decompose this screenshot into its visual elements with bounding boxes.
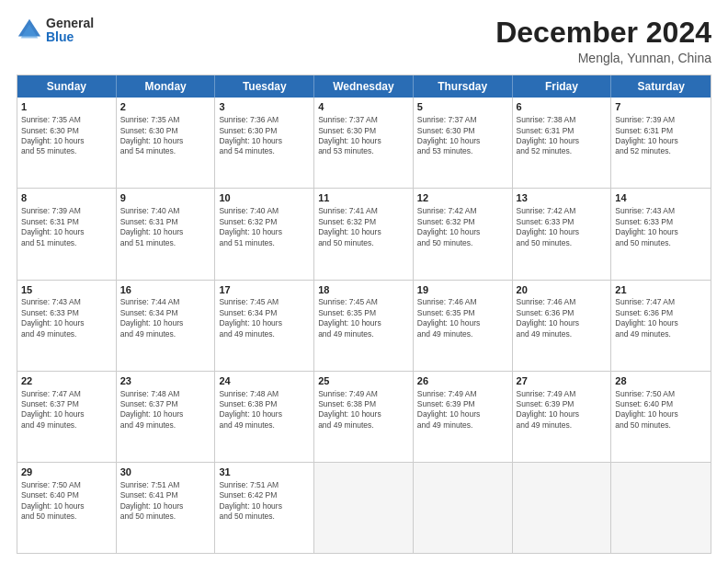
cell-info: Sunrise: 7:49 AMSunset: 6:39 PMDaylight:… xyxy=(517,389,580,430)
cell-info: Sunrise: 7:43 AMSunset: 6:33 PMDaylight:… xyxy=(21,297,85,338)
calendar-cell-4-4 xyxy=(414,463,513,553)
cell-info: Sunrise: 7:45 AMSunset: 6:35 PMDaylight:… xyxy=(318,297,381,338)
day-number: 4 xyxy=(318,100,409,114)
calendar-cell-4-5 xyxy=(513,463,612,553)
day-number: 17 xyxy=(219,283,310,297)
calendar-cell-0-6: 7Sunrise: 7:39 AMSunset: 6:31 PMDaylight… xyxy=(611,98,711,188)
calendar-cell-4-1: 30Sunrise: 7:51 AMSunset: 6:41 PMDayligh… xyxy=(117,463,216,553)
day-number: 31 xyxy=(219,465,310,479)
day-number: 30 xyxy=(120,465,211,479)
calendar-cell-0-0: 1Sunrise: 7:35 AMSunset: 6:30 PMDaylight… xyxy=(17,98,117,188)
day-number: 21 xyxy=(615,283,707,297)
day-number: 6 xyxy=(517,100,608,114)
header-monday: Monday xyxy=(117,75,216,98)
calendar-cell-2-5: 20Sunrise: 7:46 AMSunset: 6:36 PMDayligh… xyxy=(513,281,612,371)
location: Mengla, Yunnan, China xyxy=(495,51,711,65)
calendar-cell-1-3: 11Sunrise: 7:41 AMSunset: 6:32 PMDayligh… xyxy=(314,189,414,279)
title-block: December 2024 Mengla, Yunnan, China xyxy=(495,17,711,65)
cell-info: Sunrise: 7:50 AMSunset: 6:40 PMDaylight:… xyxy=(615,389,678,430)
day-number: 15 xyxy=(21,283,112,297)
cell-info: Sunrise: 7:42 AMSunset: 6:32 PMDaylight:… xyxy=(417,206,481,247)
page: General Blue December 2024 Mengla, Yunna… xyxy=(0,0,728,563)
calendar-cell-4-0: 29Sunrise: 7:50 AMSunset: 6:40 PMDayligh… xyxy=(17,463,117,553)
calendar-cell-2-0: 15Sunrise: 7:43 AMSunset: 6:33 PMDayligh… xyxy=(17,281,117,371)
day-number: 3 xyxy=(219,100,310,114)
calendar-cell-3-4: 26Sunrise: 7:49 AMSunset: 6:39 PMDayligh… xyxy=(414,372,513,462)
cell-info: Sunrise: 7:47 AMSunset: 6:37 PMDaylight:… xyxy=(21,389,85,430)
calendar-cell-1-4: 12Sunrise: 7:42 AMSunset: 6:32 PMDayligh… xyxy=(414,189,513,279)
header-friday: Friday xyxy=(513,75,612,98)
cell-info: Sunrise: 7:37 AMSunset: 6:30 PMDaylight:… xyxy=(417,115,481,155)
calendar-cell-0-1: 2Sunrise: 7:35 AMSunset: 6:30 PMDaylight… xyxy=(117,98,216,188)
cell-info: Sunrise: 7:41 AMSunset: 6:32 PMDaylight:… xyxy=(318,206,381,247)
calendar-row-3: 22Sunrise: 7:47 AMSunset: 6:37 PMDayligh… xyxy=(17,371,711,462)
day-number: 11 xyxy=(318,191,409,205)
cell-info: Sunrise: 7:35 AMSunset: 6:30 PMDaylight:… xyxy=(120,115,184,155)
calendar-cell-1-0: 8Sunrise: 7:39 AMSunset: 6:31 PMDaylight… xyxy=(17,189,117,279)
logo-blue-text: Blue xyxy=(46,30,94,44)
header-saturday: Saturday xyxy=(611,75,711,98)
calendar-cell-3-0: 22Sunrise: 7:47 AMSunset: 6:37 PMDayligh… xyxy=(17,372,117,462)
calendar: Sunday Monday Tuesday Wednesday Thursday… xyxy=(17,75,711,554)
cell-info: Sunrise: 7:39 AMSunset: 6:31 PMDaylight:… xyxy=(21,206,85,247)
logo: General Blue xyxy=(17,17,94,45)
header-thursday: Thursday xyxy=(414,75,513,98)
day-number: 27 xyxy=(517,374,608,388)
cell-info: Sunrise: 7:46 AMSunset: 6:35 PMDaylight:… xyxy=(417,297,481,338)
cell-info: Sunrise: 7:46 AMSunset: 6:36 PMDaylight:… xyxy=(517,297,580,338)
day-number: 20 xyxy=(517,283,608,297)
day-number: 10 xyxy=(219,191,310,205)
cell-info: Sunrise: 7:49 AMSunset: 6:39 PMDaylight:… xyxy=(417,389,481,430)
cell-info: Sunrise: 7:40 AMSunset: 6:31 PMDaylight:… xyxy=(120,206,184,247)
day-number: 9 xyxy=(120,191,211,205)
cell-info: Sunrise: 7:43 AMSunset: 6:33 PMDaylight:… xyxy=(615,206,678,247)
day-number: 29 xyxy=(21,465,112,479)
calendar-cell-0-4: 5Sunrise: 7:37 AMSunset: 6:30 PMDaylight… xyxy=(414,98,513,188)
calendar-cell-1-1: 9Sunrise: 7:40 AMSunset: 6:31 PMDaylight… xyxy=(117,189,216,279)
calendar-header: Sunday Monday Tuesday Wednesday Thursday… xyxy=(17,75,711,98)
calendar-cell-0-3: 4Sunrise: 7:37 AMSunset: 6:30 PMDaylight… xyxy=(314,98,414,188)
day-number: 26 xyxy=(417,374,508,388)
calendar-row-1: 8Sunrise: 7:39 AMSunset: 6:31 PMDaylight… xyxy=(17,188,711,279)
header-sunday: Sunday xyxy=(17,75,117,98)
cell-info: Sunrise: 7:48 AMSunset: 6:38 PMDaylight:… xyxy=(219,389,282,430)
day-number: 1 xyxy=(21,100,112,114)
calendar-cell-3-5: 27Sunrise: 7:49 AMSunset: 6:39 PMDayligh… xyxy=(513,372,612,462)
logo-text: General Blue xyxy=(46,17,94,45)
cell-info: Sunrise: 7:37 AMSunset: 6:30 PMDaylight:… xyxy=(318,115,381,155)
logo-icon xyxy=(17,17,42,43)
cell-info: Sunrise: 7:49 AMSunset: 6:38 PMDaylight:… xyxy=(318,389,381,430)
day-number: 8 xyxy=(21,191,112,205)
cell-info: Sunrise: 7:51 AMSunset: 6:42 PMDaylight:… xyxy=(219,480,282,521)
calendar-cell-3-6: 28Sunrise: 7:50 AMSunset: 6:40 PMDayligh… xyxy=(611,372,711,462)
calendar-cell-3-1: 23Sunrise: 7:48 AMSunset: 6:37 PMDayligh… xyxy=(117,372,216,462)
month-title: December 2024 xyxy=(495,17,711,49)
day-number: 22 xyxy=(21,374,112,388)
day-number: 28 xyxy=(615,374,707,388)
day-number: 19 xyxy=(417,283,508,297)
cell-info: Sunrise: 7:45 AMSunset: 6:34 PMDaylight:… xyxy=(219,297,282,338)
day-number: 16 xyxy=(120,283,211,297)
day-number: 23 xyxy=(120,374,211,388)
cell-info: Sunrise: 7:47 AMSunset: 6:36 PMDaylight:… xyxy=(615,297,678,338)
calendar-cell-2-2: 17Sunrise: 7:45 AMSunset: 6:34 PMDayligh… xyxy=(215,281,314,371)
cell-info: Sunrise: 7:51 AMSunset: 6:41 PMDaylight:… xyxy=(120,480,184,521)
day-number: 7 xyxy=(615,100,707,114)
calendar-row-4: 29Sunrise: 7:50 AMSunset: 6:40 PMDayligh… xyxy=(17,462,711,553)
day-number: 5 xyxy=(417,100,508,114)
header: General Blue December 2024 Mengla, Yunna… xyxy=(17,17,711,65)
calendar-row-2: 15Sunrise: 7:43 AMSunset: 6:33 PMDayligh… xyxy=(17,280,711,371)
calendar-cell-1-6: 14Sunrise: 7:43 AMSunset: 6:33 PMDayligh… xyxy=(611,189,711,279)
day-number: 2 xyxy=(120,100,211,114)
logo-general-text: General xyxy=(46,17,94,30)
day-number: 13 xyxy=(517,191,608,205)
calendar-cell-4-6 xyxy=(611,463,711,553)
cell-info: Sunrise: 7:39 AMSunset: 6:31 PMDaylight:… xyxy=(615,115,678,155)
cell-info: Sunrise: 7:48 AMSunset: 6:37 PMDaylight:… xyxy=(120,389,184,430)
calendar-cell-2-6: 21Sunrise: 7:47 AMSunset: 6:36 PMDayligh… xyxy=(611,281,711,371)
day-number: 25 xyxy=(318,374,409,388)
calendar-body: 1Sunrise: 7:35 AMSunset: 6:30 PMDaylight… xyxy=(17,98,711,553)
cell-info: Sunrise: 7:44 AMSunset: 6:34 PMDaylight:… xyxy=(120,297,184,338)
cell-info: Sunrise: 7:40 AMSunset: 6:32 PMDaylight:… xyxy=(219,206,282,247)
calendar-cell-1-2: 10Sunrise: 7:40 AMSunset: 6:32 PMDayligh… xyxy=(215,189,314,279)
